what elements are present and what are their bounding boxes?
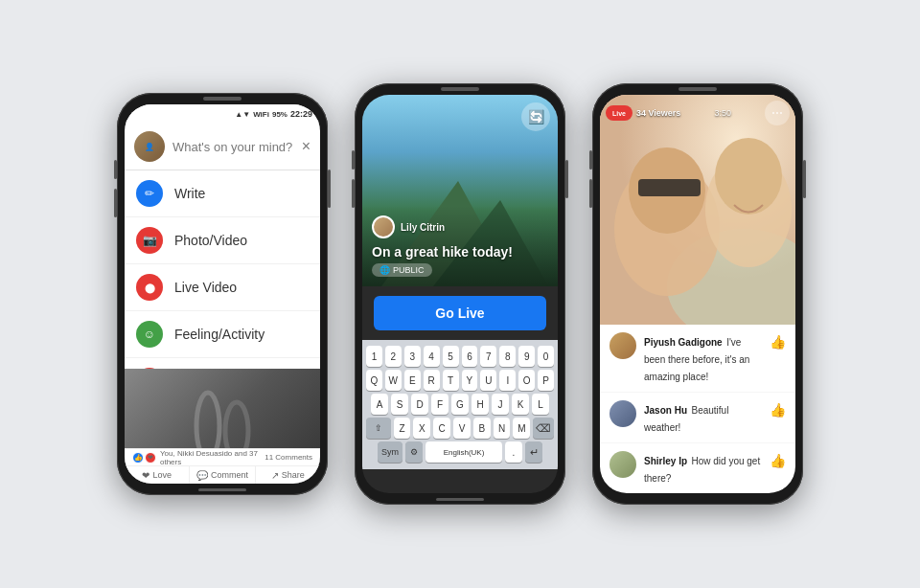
key-q[interactable]: Q bbox=[366, 370, 382, 391]
key-5[interactable]: 5 bbox=[443, 346, 459, 367]
comment-avatar-3 bbox=[610, 451, 636, 478]
viewers-count: 34 Viewers bbox=[636, 108, 680, 118]
key-w[interactable]: W bbox=[385, 370, 402, 391]
like-icon-1[interactable]: 👍 bbox=[770, 334, 786, 350]
close-button-1[interactable]: × bbox=[302, 138, 310, 155]
key-0[interactable]: 0 bbox=[538, 346, 554, 367]
key-4[interactable]: 4 bbox=[424, 346, 440, 367]
key-u[interactable]: U bbox=[480, 370, 496, 391]
speaker-3 bbox=[678, 87, 717, 91]
key-2[interactable]: 2 bbox=[385, 346, 402, 367]
love-icon: ❤ bbox=[142, 470, 150, 481]
key-period[interactable]: . bbox=[505, 441, 522, 463]
key-c[interactable]: C bbox=[433, 418, 450, 439]
selfie-background bbox=[600, 95, 795, 325]
key-f[interactable]: F bbox=[431, 394, 448, 415]
key-8[interactable]: 8 bbox=[499, 346, 516, 367]
home-indicator-1 bbox=[198, 488, 246, 491]
key-x[interactable]: X bbox=[413, 418, 430, 439]
create-post-header: 👤 What's on your mind? × bbox=[125, 124, 320, 170]
key-e[interactable]: E bbox=[404, 370, 421, 391]
key-7[interactable]: 7 bbox=[480, 346, 496, 367]
key-backspace[interactable]: ⌫ bbox=[533, 418, 554, 439]
key-m[interactable]: M bbox=[513, 418, 530, 439]
timer-display: 3:50 bbox=[714, 108, 731, 118]
key-space[interactable]: English(UK) bbox=[426, 441, 502, 463]
like-icon-2[interactable]: 👍 bbox=[770, 402, 786, 418]
comment-avatar-1 bbox=[610, 332, 636, 359]
share-button[interactable]: ↗ Share bbox=[256, 466, 320, 484]
what-on-mind-placeholder[interactable]: What's on your mind? bbox=[172, 140, 294, 154]
key-settings[interactable]: ⚙ bbox=[405, 441, 423, 463]
key-d[interactable]: D bbox=[411, 394, 428, 415]
key-y[interactable]: Y bbox=[462, 370, 478, 391]
post-actions: ❤ Love 💬 Comment ↗ Share bbox=[125, 466, 320, 484]
volume-down-2 bbox=[352, 179, 355, 208]
live-label: Live Video bbox=[174, 280, 237, 295]
key-p[interactable]: P bbox=[538, 370, 554, 391]
phone-2-screen: 🔄 Lily Citrin On a great hike today! 🌐 P… bbox=[362, 95, 558, 493]
key-h[interactable]: H bbox=[472, 394, 489, 415]
user-avatar-1: 👤 bbox=[134, 131, 165, 162]
feeling-icon: ☺ bbox=[136, 321, 163, 348]
comment-button[interactable]: 💬 Comment bbox=[190, 466, 255, 484]
key-r[interactable]: R bbox=[424, 370, 440, 391]
key-k[interactable]: K bbox=[512, 394, 529, 415]
like-icon-3[interactable]: 👍 bbox=[770, 453, 786, 468]
reactions-count: You, Nikki Desuasido and 37 others bbox=[160, 449, 264, 466]
key-enter[interactable]: ↵ bbox=[525, 441, 542, 463]
key-o[interactable]: O bbox=[518, 370, 535, 391]
switch-camera-icon: 🔄 bbox=[528, 109, 544, 124]
status-icons-1: ▲▼ WiFi 95% 22:29 bbox=[235, 109, 312, 119]
key-g[interactable]: G bbox=[451, 394, 469, 415]
key-l[interactable]: L bbox=[532, 394, 549, 415]
love-button[interactable]: ❤ Love bbox=[125, 466, 190, 484]
key-i[interactable]: I bbox=[499, 370, 516, 391]
post-footer: 👍 ❤ You, Nikki Desuasido and 37 others 1… bbox=[125, 448, 320, 484]
key-1[interactable]: 1 bbox=[366, 346, 382, 367]
comment-item-2: Jason Hu Beautiful weather! 👍 bbox=[600, 393, 795, 443]
key-t[interactable]: T bbox=[443, 370, 459, 391]
phones-container: ▲▼ WiFi 95% 22:29 👤 What's on your mind?… bbox=[98, 64, 822, 524]
go-live-button[interactable]: Go Live bbox=[374, 296, 546, 330]
menu-item-photo[interactable]: 📷 Photo/Video bbox=[125, 217, 320, 264]
selfie-svg bbox=[600, 95, 795, 325]
photo-label: Photo/Video bbox=[174, 233, 247, 248]
love-label: Love bbox=[152, 470, 172, 480]
power-button-2 bbox=[565, 160, 568, 198]
comment-icon: 💬 bbox=[196, 470, 208, 481]
live-avatar bbox=[372, 215, 395, 238]
time-text: 22:29 bbox=[290, 109, 312, 119]
keyboard-row-asdf: A S D F G H J K L bbox=[366, 394, 554, 415]
key-s[interactable]: S bbox=[391, 394, 408, 415]
key-shift[interactable]: ⇧ bbox=[366, 418, 391, 439]
commenter-name-1: Piyush Gadigone bbox=[644, 337, 723, 348]
keyboard-row-numbers: 1 2 3 4 5 6 7 8 9 0 bbox=[366, 346, 554, 367]
menu-item-live[interactable]: ⬤ Live Video bbox=[125, 264, 320, 311]
home-indicator-2 bbox=[436, 498, 484, 501]
menu-item-feeling[interactable]: ☺ Feeling/Activity bbox=[125, 311, 320, 358]
comment-label: Comment bbox=[211, 470, 248, 480]
key-sym[interactable]: Sym bbox=[378, 441, 402, 463]
key-6[interactable]: 6 bbox=[462, 346, 478, 367]
svg-point-8 bbox=[715, 138, 782, 215]
key-v[interactable]: V bbox=[453, 418, 471, 439]
key-n[interactable]: N bbox=[494, 418, 511, 439]
key-j[interactable]: J bbox=[492, 394, 509, 415]
share-icon: ↗ bbox=[271, 470, 279, 481]
key-a[interactable]: A bbox=[371, 394, 388, 415]
volume-up-3 bbox=[589, 150, 592, 170]
key-b[interactable]: B bbox=[473, 418, 491, 439]
switch-camera-button[interactable]: 🔄 bbox=[521, 102, 550, 131]
commenter-name-3: Shirley Ip bbox=[644, 456, 687, 466]
share-label: Share bbox=[282, 470, 305, 480]
wifi-icon: WiFi bbox=[253, 110, 269, 119]
key-z[interactable]: Z bbox=[394, 418, 411, 439]
menu-item-write[interactable]: ✏ Write bbox=[125, 170, 320, 217]
key-9[interactable]: 9 bbox=[518, 346, 535, 367]
live-overlay: Lily Citrin On a great hike today! 🌐 PUB… bbox=[362, 206, 558, 286]
live-options-button[interactable]: ⋯ bbox=[765, 101, 790, 125]
volume-up-1 bbox=[114, 160, 117, 179]
phone-3-screen: Live 34 Viewers 3:50 ⋯ Piyush Gadigone bbox=[600, 95, 795, 493]
key-3[interactable]: 3 bbox=[404, 346, 421, 367]
